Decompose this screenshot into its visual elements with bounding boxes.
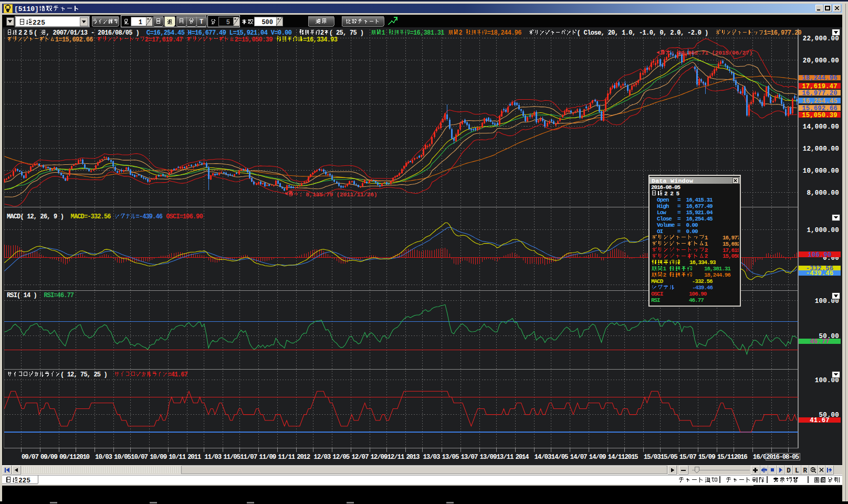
svg-text:2014: 2014	[516, 454, 529, 461]
svg-text:12/05: 12/05	[332, 454, 350, 461]
svg-text:12/03: 12/03	[313, 454, 331, 461]
svg-text:=18,244.96: =18,244.96	[487, 29, 525, 37]
svg-text:-439.46: -439.46	[806, 270, 834, 277]
svg-text:5: 5	[676, 191, 679, 197]
svg-text:11/07: 11/07	[240, 454, 257, 461]
svg-text:MACD( 12, 26, 9 ): MACD( 12, 26, 9 )	[7, 213, 71, 220]
svg-text:: 8,135.79 (2011/11/26): : 8,135.79 (2011/11/26)	[299, 191, 378, 198]
svg-text:Close = 16,254.45: Close = 16,254.45	[651, 216, 713, 222]
svg-text:2013: 2013	[406, 454, 420, 461]
svg-text:2010: 2010	[76, 454, 90, 461]
svg-text:1: 1	[381, 29, 388, 37]
svg-text:14/05: 14/05	[551, 454, 569, 461]
svg-text:10/07: 10/07	[131, 454, 148, 461]
svg-text:( 12, 75, 25 ): ( 12, 75, 25 )	[60, 371, 114, 379]
svg-text:10,000.00: 10,000.00	[803, 167, 839, 175]
svg-text:5: 5	[29, 29, 33, 37]
svg-text:=41.67: =41.67	[167, 371, 187, 379]
svg-text:10/09: 10/09	[150, 454, 167, 461]
svg-text:-439.46: -439.46	[675, 285, 713, 291]
svg-text:15/05: 15/05	[661, 454, 678, 461]
svg-text:12/11: 12/11	[387, 454, 404, 461]
svg-text:18,244.96: 18,244.96	[693, 272, 731, 278]
svg-text:2016-08-05: 2016-08-05	[766, 454, 799, 461]
svg-text:10/11: 10/11	[169, 454, 186, 461]
svg-text:1=15,692.66: 1=15,692.66	[55, 36, 97, 44]
svg-text:=16,334.93: =16,334.93	[303, 36, 338, 44]
svg-text:2: 2	[664, 191, 668, 197]
svg-text:Low = 15,921.04: Low = 15,921.04	[651, 209, 713, 216]
svg-text:=16,381.31: =16,381.31	[410, 29, 448, 37]
svg-text:16,977: 16,977	[723, 235, 740, 241]
svg-text:11/03: 11/03	[204, 454, 222, 461]
svg-text:15/09: 15/09	[698, 454, 716, 461]
svg-text:1: 1	[139, 19, 142, 26]
svg-text:Data Window: Data Window	[652, 177, 693, 184]
svg-text:2011: 2011	[187, 454, 201, 461]
svg-text:13/07: 13/07	[461, 454, 478, 461]
svg-text:12/09: 12/09	[370, 454, 388, 461]
svg-text:20,000.00: 20,000.00	[803, 57, 839, 65]
svg-text:1,000.00: 1,000.00	[807, 227, 839, 234]
svg-text:RSI=46.77: RSI=46.77	[44, 292, 74, 299]
svg-text:13/11: 13/11	[497, 454, 514, 461]
svg-text:(: (	[34, 29, 40, 37]
svg-text:2015: 2015	[625, 454, 638, 461]
svg-text:17,619: 17,619	[723, 247, 740, 254]
svg-text:225: 225	[33, 19, 45, 27]
svg-text:15,050.39: 15,050.39	[802, 112, 837, 119]
svg-text:13/05: 13/05	[442, 454, 459, 461]
svg-text:16,381.31: 16,381.31	[693, 266, 731, 272]
svg-text:( Close, 20, 1.0, -1.0, 0, 2.0: ( Close, 20, 1.0, -1.0, 0, 2.0, -2.0 )	[577, 29, 715, 37]
svg-text:R: R	[803, 467, 808, 475]
svg-text:14/11: 14/11	[608, 454, 625, 461]
svg-text:RSI 46.77: RSI 46.77	[651, 297, 704, 303]
svg-text:RSI( 14 ): RSI( 14 )	[7, 292, 44, 299]
svg-text:41.67: 41.67	[810, 417, 830, 424]
svg-text:16,334.93: 16,334.93	[681, 259, 717, 266]
svg-text:MACD=-332.56: MACD=-332.56	[71, 213, 114, 220]
svg-text:13/03: 13/03	[423, 454, 440, 461]
svg-text:2: 2	[705, 247, 708, 254]
svg-text:500: 500	[261, 19, 273, 26]
svg-text:[5110]: [5110]	[14, 5, 39, 13]
svg-text:High = 16,677.49: High = 16,677.49	[651, 203, 713, 209]
svg-text:2: 2	[663, 272, 669, 278]
svg-text:L: L	[795, 467, 799, 475]
svg-text:2: 2	[18, 29, 22, 37]
svg-text:106.90: 106.90	[808, 251, 831, 259]
svg-text:: 20,952.71 (2015/06/27): : 20,952.71 (2015/06/27)	[671, 49, 752, 56]
svg-text:46.77: 46.77	[810, 338, 830, 345]
svg-text:T: T	[200, 18, 203, 26]
svg-text:09/11: 09/11	[59, 454, 77, 461]
svg-text:D: D	[787, 467, 791, 475]
svg-text:8,000.00: 8,000.00	[807, 190, 839, 197]
svg-text:1: 1	[705, 241, 708, 247]
svg-text:12/07: 12/07	[351, 454, 369, 461]
svg-text:15,692: 15,692	[723, 241, 740, 247]
svg-text:14/07: 14/07	[570, 454, 588, 461]
svg-text:2012: 2012	[297, 454, 310, 461]
svg-text:10/03: 10/03	[95, 454, 112, 461]
svg-text:=-439.46: =-439.46	[136, 213, 166, 220]
svg-text:12,000.00: 12,000.00	[803, 145, 839, 153]
svg-text:11/09: 11/09	[259, 454, 276, 461]
svg-text:10/05: 10/05	[114, 454, 131, 461]
svg-text:100.00: 100.00	[815, 377, 839, 384]
svg-text:2016-08-05: 2016-08-05	[651, 184, 681, 191]
svg-text:1: 1	[705, 235, 708, 241]
svg-text:Open = 16,415.31: Open = 16,415.31	[651, 197, 713, 203]
svg-text:13/09: 13/09	[480, 454, 497, 461]
svg-text:09/09: 09/09	[40, 454, 58, 461]
svg-text:OSCI=106.90: OSCI=106.90	[166, 213, 203, 220]
svg-text:2016: 2016	[734, 454, 748, 461]
svg-text:14/09: 14/09	[589, 454, 606, 461]
svg-text:09/07: 09/07	[22, 454, 39, 461]
svg-text:11/11: 11/11	[278, 454, 295, 461]
svg-text:1=16,977.20: 1=16,977.20	[763, 29, 802, 37]
svg-text:OI = 0.00: OI = 0.00	[651, 228, 698, 235]
svg-text:14,000.00: 14,000.00	[803, 123, 839, 131]
svg-text:2=17,619.47: 2=17,619.47	[145, 36, 186, 44]
svg-text:18,244.96: 18,244.96	[802, 75, 837, 82]
svg-text:15,692.66: 15,692.66	[802, 105, 837, 112]
